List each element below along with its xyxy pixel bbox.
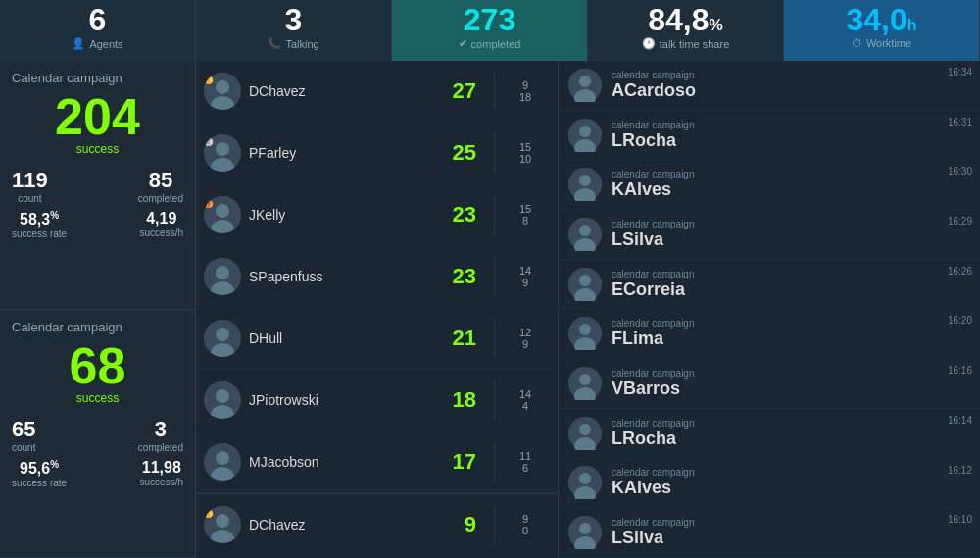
agent-avatar — [204, 320, 241, 357]
agent-stats: 9 0 — [501, 513, 550, 536]
contact-avatar — [568, 367, 602, 400]
talktime-icon: 🕐 — [642, 37, 656, 50]
contact-campaign: calendar campaign — [612, 368, 970, 379]
agent-stat1: 14 — [519, 265, 531, 277]
agent-avatar: 🥉 — [204, 196, 241, 233]
agent-stat2: 8 — [522, 215, 528, 227]
left-panels: Calendar campaign 204 success 119 count … — [0, 61, 196, 558]
contact-name: VBarros — [612, 379, 970, 399]
contact-info: calendar campaign KAlves — [612, 169, 970, 200]
svg-point-10 — [216, 266, 229, 279]
stat-successrate-1: 58,3% success rate — [12, 210, 67, 239]
svg-point-46 — [579, 126, 591, 137]
agent-stat2: 0 — [522, 525, 528, 536]
stat-count-label-2: count — [12, 442, 35, 453]
agent-stats: 15 10 — [501, 141, 550, 165]
svg-point-4 — [216, 142, 229, 156]
contact-time: 16:10 — [948, 514, 972, 525]
contact-campaign: calendar campaign — [612, 169, 970, 179]
stat-successrate-value-1: 58,3% — [20, 210, 59, 228]
agent-stat2: 9 — [522, 338, 528, 350]
agent-stat1: 11 — [519, 450, 531, 462]
stat-completed-label-1: completed — [138, 193, 183, 204]
contact-campaign: calendar campaign — [612, 467, 970, 478]
agent-stats: 14 4 — [501, 388, 550, 412]
stat-completed-1: 85 completed — [138, 168, 183, 204]
divider — [494, 319, 495, 358]
agent-stat1: 9 — [522, 79, 528, 91]
divider — [494, 72, 495, 111]
contact-row: calendar campaign ACardoso 16:34 — [559, 61, 980, 111]
agent-stat2: 4 — [522, 400, 528, 412]
stat-completed-2: 3 completed — [138, 417, 183, 453]
contact-campaign: calendar campaign — [612, 318, 970, 329]
stat-successrate-label-2: success rate — [12, 478, 67, 488]
agent-stats: 12 9 — [501, 327, 550, 350]
contact-name: ACardoso — [612, 80, 970, 101]
contact-row: calendar campaign ECorreia 16:26 — [559, 260, 980, 310]
agent-stat1: 14 — [519, 388, 531, 400]
svg-point-58 — [579, 324, 591, 335]
svg-point-70 — [579, 523, 591, 534]
contact-avatar — [568, 268, 602, 301]
contact-row: calendar campaign KAlves 16:30 — [559, 160, 980, 210]
main-content: Calendar campaign 204 success 119 count … — [0, 61, 980, 558]
campaign-stats-row-2b: 95,6% success rate 11,98 success/h — [12, 459, 183, 488]
svg-point-67 — [579, 473, 591, 484]
contact-info: calendar campaign ECorreia — [612, 269, 970, 300]
contact-avatar — [568, 317, 602, 350]
contact-campaign: calendar campaign — [612, 517, 970, 528]
stat-count-2: 65 count — [12, 417, 35, 453]
worktime-icon: ⏱ — [852, 37, 862, 49]
agent-row: 🥉 JKelly 23 15 8 — [196, 184, 558, 246]
contact-time: 16:16 — [948, 365, 972, 376]
stat-successrate-label-1: success rate — [12, 228, 67, 239]
contact-info: calendar campaign LRocha — [612, 120, 970, 151]
completed-cell: 273 ✔ completed — [392, 0, 588, 61]
contact-time: 16:30 — [948, 166, 972, 177]
contact-time: 16:12 — [948, 465, 972, 476]
agent-stats: 15 8 — [501, 203, 550, 227]
agent-avatar: 🥇 — [204, 73, 241, 110]
stat-successh-1: 4,19 success/h — [140, 210, 183, 239]
stat-successrate-value-2: 95,6% — [20, 459, 59, 478]
campaign-title-2: Calendar campaign — [12, 320, 183, 334]
completed-icon: ✔ — [459, 37, 467, 50]
agent-avatar: 🥇 — [204, 506, 241, 543]
agent-row: SPapenfuss 23 14 9 — [196, 246, 558, 308]
divider — [494, 133, 495, 173]
agent-name: PFarley — [249, 145, 445, 161]
svg-point-7 — [216, 204, 229, 218]
stat-completed-value-1: 85 — [149, 168, 172, 193]
agents-icon: 👤 — [72, 37, 85, 50]
stat-successh-label-1: success/h — [140, 228, 183, 238]
agent-stat1: 15 — [519, 141, 531, 153]
contact-row: calendar campaign KAlves 16:12 — [559, 459, 980, 509]
contact-row: calendar campaign LSilva 16:29 — [559, 210, 980, 260]
stat-completed-value-2: 3 — [155, 417, 167, 442]
agent-stat1: 15 — [519, 203, 531, 215]
svg-point-22 — [216, 514, 229, 528]
agent-stat2: 10 — [519, 153, 531, 165]
contact-time: 16:20 — [948, 315, 972, 326]
agent-stat2: 18 — [519, 91, 531, 103]
divider — [494, 505, 495, 544]
campaign-success-label-1: success — [12, 142, 183, 156]
agent-name: SPapenfuss — [249, 269, 445, 284]
agent-score: 27 — [445, 78, 476, 104]
stat-successrate-2: 95,6% success rate — [12, 459, 67, 488]
completed-number: 273 — [464, 4, 515, 35]
campaign-success-label-2: success — [12, 391, 183, 405]
svg-point-55 — [579, 275, 591, 286]
contact-name: KAlves — [612, 478, 970, 498]
svg-point-49 — [579, 175, 591, 186]
agent-row: 🥈 PFarley 25 15 10 — [196, 123, 558, 184]
contact-time: 16:14 — [948, 415, 972, 426]
divider — [494, 442, 495, 482]
worktime-label: ⏱ Worktime — [852, 37, 911, 49]
svg-point-61 — [579, 374, 591, 385]
talking-number: 3 — [285, 4, 303, 35]
campaign-stats-row-1b: 58,3% success rate 4,19 success/h — [12, 210, 183, 239]
divider — [494, 195, 495, 234]
contact-time: 16:26 — [948, 266, 972, 277]
